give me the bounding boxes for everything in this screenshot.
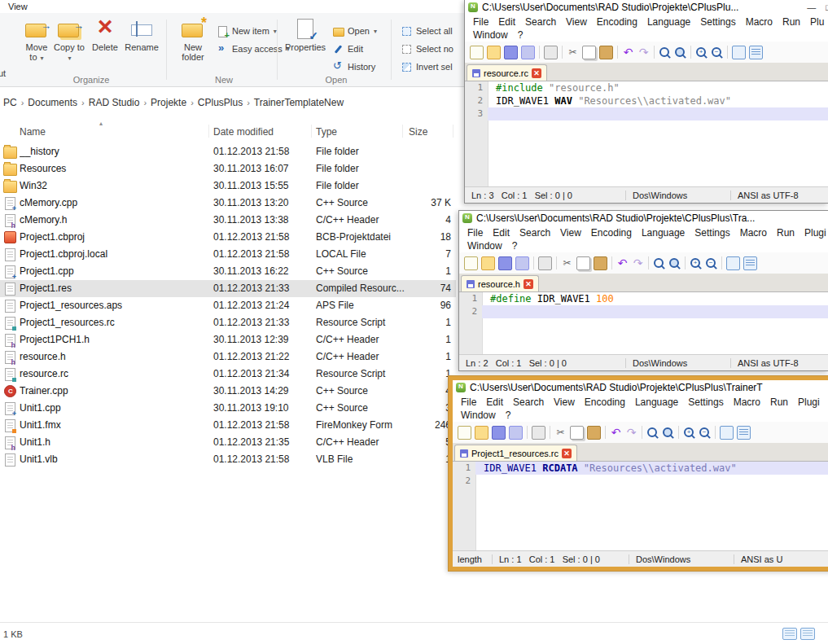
menu-macro[interactable]: Macro (741, 16, 778, 28)
breadcrumb-item-cplusplus[interactable]: CPlusPlus (195, 97, 246, 108)
file-row-project1pch1-h[interactable]: Project1PCH1.h30.11.2013 12:39C/C++ Head… (0, 331, 456, 348)
file-row-unit1-vlb[interactable]: Unit1.vlb01.12.2013 21:58VLB File1 (0, 451, 456, 468)
code-line-1[interactable]: 1#define IDR_WAVE1 100 (459, 292, 828, 305)
details-view-icon[interactable] (782, 628, 797, 640)
column-header-name[interactable]: Name (20, 126, 46, 138)
breadcrumb-item-projekte[interactable]: Projekte (147, 97, 190, 108)
zoom-in-icon[interactable] (683, 427, 695, 439)
new-file-icon[interactable] (464, 256, 478, 270)
edit-button[interactable]: Edit (332, 41, 363, 57)
replace-icon[interactable] (674, 46, 686, 59)
code-line-2[interactable]: 2IDR_WAVE1 WAV "Resources\\activated.wav… (465, 94, 828, 107)
code-line-2[interactable]: 2 (453, 475, 828, 488)
file-row-trainer-cpp[interactable]: Trainer.cpp30.11.2013 14:29C++ Source4 (0, 383, 456, 400)
menu-file[interactable]: File (462, 227, 488, 239)
file-row-resources[interactable]: Resources30.11.2013 16:07File folder (0, 160, 456, 177)
file-row-project1-res[interactable]: Project1.res01.12.2013 21:33Compiled Res… (0, 280, 456, 297)
menu-settings[interactable]: Settings (690, 227, 734, 239)
cut-icon[interactable] (561, 257, 573, 269)
new-folder-button[interactable]: Newfolder (174, 16, 212, 62)
doc-map-icon[interactable] (732, 46, 746, 59)
find-icon[interactable] (659, 46, 671, 59)
code-editor[interactable]: 1#define IDR_WAVE1 1002 (459, 292, 828, 354)
print-icon[interactable] (544, 46, 558, 59)
paste-icon[interactable] (594, 256, 607, 270)
menu-help[interactable]: ? (501, 410, 516, 421)
column-header-type[interactable]: Type (316, 126, 337, 138)
redo-icon[interactable] (632, 257, 644, 269)
select-none-button[interactable]: Select no (401, 41, 453, 57)
new-file-icon[interactable] (470, 46, 484, 59)
breadcrumb-item-documents[interactable]: Documents (24, 97, 81, 108)
menu-plugi[interactable]: Plugi (793, 396, 825, 408)
find-icon[interactable] (653, 257, 665, 269)
breadcrumb-item-pc[interactable]: PC (0, 97, 20, 108)
tab-project1-resources-rc[interactable]: Project1_resources.rc ✕ (454, 445, 577, 461)
file-row-resource-h[interactable]: resource.h01.12.2013 21:22C/C++ Header1 (0, 348, 456, 366)
replace-icon[interactable] (668, 257, 681, 269)
find-icon[interactable] (646, 427, 659, 439)
redo-icon[interactable] (625, 427, 637, 439)
zoom-in-icon[interactable] (690, 257, 702, 269)
menu-encoding[interactable]: Encoding (586, 227, 637, 239)
menu-language[interactable]: Language (642, 16, 695, 28)
open-file-icon[interactable] (475, 426, 488, 440)
zoom-out-icon[interactable] (705, 257, 717, 269)
save-file-icon[interactable] (492, 426, 506, 440)
save-file-icon[interactable] (504, 46, 518, 59)
doc-map-icon[interactable] (726, 256, 740, 270)
invert-selection-button[interactable]: Invert sel (401, 59, 453, 75)
menu-macro[interactable]: Macro (729, 396, 765, 408)
menu-settings[interactable]: Settings (695, 16, 740, 28)
save-all-icon[interactable] (515, 256, 529, 270)
save-file-icon[interactable] (498, 256, 512, 270)
function-list-icon[interactable] (737, 426, 751, 440)
menu-file[interactable]: File (456, 396, 481, 408)
file-row-project1-cbproj-local[interactable]: Project1.cbproj.local01.12.2013 21:58LOC… (0, 246, 456, 263)
replace-icon[interactable] (662, 427, 674, 439)
file-row-unit1-fmx[interactable]: Unit1.fmx01.12.2013 21:58FireMonkey Form… (0, 417, 456, 434)
undo-icon[interactable] (622, 46, 634, 59)
open-file-icon[interactable] (487, 46, 501, 59)
menu-encoding[interactable]: Encoding (592, 16, 642, 28)
paste-icon[interactable] (599, 46, 613, 59)
file-row-resource-rc[interactable]: resource.rc01.12.2013 21:34Resource Scri… (0, 366, 456, 383)
new-item-button[interactable]: New item▾ (217, 23, 277, 39)
menu-search[interactable]: Search (515, 227, 555, 239)
properties-button[interactable]: Properties (283, 16, 327, 52)
menu-edit[interactable]: Edit (493, 16, 520, 28)
code-editor[interactable]: 1IDR_WAVE1 RCDATA "Resources\\activated.… (453, 462, 828, 550)
breadcrumb-item-trainertemplatenew[interactable]: TrainerTemplateNew (251, 97, 347, 108)
copy-icon[interactable] (582, 46, 596, 59)
rename-button[interactable]: Rename (124, 16, 160, 52)
menu-search[interactable]: Search (520, 16, 561, 28)
menu-window[interactable]: Window (462, 240, 507, 252)
menu-window[interactable]: Window (456, 410, 501, 421)
title-bar[interactable]: C:\Users\User\Documents\RAD Studio\Proje… (465, 0, 828, 15)
code-line-1[interactable]: 1IDR_WAVE1 RCDATA "Resources\\activated.… (453, 462, 828, 475)
file-row-history[interactable]: __history01.12.2013 21:58File folder (0, 143, 456, 160)
print-icon[interactable] (538, 256, 552, 270)
menu-settings[interactable]: Settings (683, 396, 728, 408)
file-row-project1-resources-aps[interactable]: Project1_resources.aps01.12.2013 21:24AP… (0, 297, 456, 314)
file-row-project1-cpp[interactable]: Project1.cpp30.11.2013 16:22C++ Source1 (0, 263, 456, 280)
tab-close-icon[interactable]: ✕ (562, 449, 572, 458)
title-bar[interactable]: C:\Users\User\Documents\RAD Studio\Proje… (459, 211, 828, 226)
delete-button[interactable]: Delete (90, 16, 120, 52)
copy-icon[interactable] (570, 426, 584, 440)
code-line-2[interactable]: 2 (459, 305, 828, 318)
file-row-project1-cbproj[interactable]: Project1.cbproj01.12.2013 21:58BCB-Proje… (0, 229, 456, 246)
new-file-icon[interactable] (458, 426, 471, 440)
zoom-out-icon[interactable] (711, 46, 723, 59)
easy-access-button[interactable]: Easy access▾ (217, 41, 290, 57)
file-row-cmemory-h[interactable]: cMemory.h30.11.2013 13:38C/C++ Header4 (0, 212, 456, 229)
menu-plugi[interactable]: Plugi (800, 227, 828, 239)
menu-encoding[interactable]: Encoding (580, 396, 630, 408)
tab-resource-h[interactable]: resource.h ✕ (461, 275, 539, 291)
select-all-button[interactable]: Select all (401, 23, 453, 39)
minimize-button[interactable]: — (807, 2, 816, 12)
copy-to-button[interactable]: Copy to ▾ (54, 16, 85, 64)
undo-icon[interactable] (616, 257, 629, 269)
menu-view[interactable]: View (561, 16, 592, 28)
code-line-1[interactable]: 1#include "resource.h" (465, 81, 828, 94)
